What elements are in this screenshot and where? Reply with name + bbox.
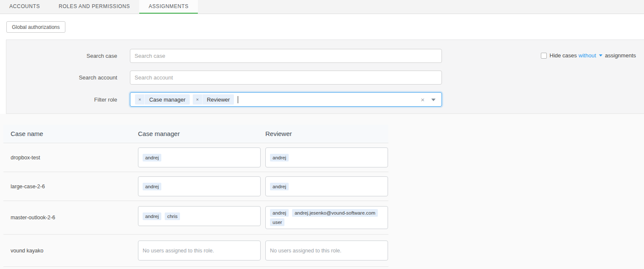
- role-tag-reviewer: × Reviewer: [193, 94, 234, 105]
- filter-role-label: Filter role: [6, 96, 130, 103]
- assignee-tag[interactable]: andrej: [270, 154, 289, 161]
- table-row: large-case-2-6 andrej andrej: [3, 172, 388, 201]
- case-name: large-case-2-6: [3, 184, 138, 190]
- no-users-placeholder: No users assigned to this role.: [270, 248, 341, 254]
- remove-tag-icon[interactable]: ×: [135, 94, 145, 105]
- filter-role-input[interactable]: × Case manager × Reviewer ×: [130, 92, 442, 107]
- text-cursor: [238, 96, 238, 103]
- search-account-row: Search account: [6, 71, 644, 85]
- remove-tag-icon[interactable]: ×: [193, 94, 202, 105]
- hide-cases-control: Hide cases without assignments: [541, 52, 636, 59]
- tab-assignments[interactable]: ASSIGNMENTS: [139, 0, 198, 14]
- global-authorizations-button[interactable]: Global authorizations: [6, 21, 65, 33]
- no-users-placeholder: No users assigned to this role.: [143, 248, 214, 254]
- case-name: vound kayako: [3, 248, 138, 254]
- table-row: dropbox-test andrej andrej: [3, 143, 388, 172]
- case-manager-assignees[interactable]: andrej: [138, 147, 261, 167]
- tab-accounts[interactable]: ACCOUNTS: [0, 0, 49, 14]
- role-tag-label: Case manager: [145, 94, 189, 105]
- assignee-tag[interactable]: user: [270, 218, 284, 226]
- search-case-input[interactable]: [130, 49, 442, 63]
- search-account-label: Search account: [6, 74, 130, 81]
- search-case-label: Search case: [6, 53, 130, 59]
- assignee-tag[interactable]: chris: [165, 212, 180, 220]
- hide-cases-text: Hide cases: [550, 52, 577, 59]
- tab-bar: ACCOUNTS ROLES AND PERMISSIONS ASSIGNMEN…: [0, 0, 644, 14]
- role-tag-label: Reviewer: [202, 94, 234, 105]
- table-row: master-outlook-2-6 andrejchris andrejand…: [3, 201, 388, 235]
- assignee-tag[interactable]: andrej: [270, 209, 289, 217]
- filter-role-row: Filter role × Case manager × Reviewer ×: [6, 92, 644, 107]
- column-header-case-manager: Case manager: [138, 130, 265, 137]
- filter-panel: Search case Search account Filter role ×…: [6, 40, 644, 114]
- toolbar: Global authorizations Search case Search…: [0, 14, 644, 114]
- reviewer-assignees[interactable]: andrej: [265, 176, 388, 196]
- case-manager-assignees[interactable]: andrej: [138, 176, 261, 196]
- case-name: master-outlook-2-6: [3, 215, 138, 221]
- hide-cases-text-suffix: assignments: [605, 52, 636, 59]
- assignments-table: Case name Case manager Reviewer dropbox-…: [3, 125, 388, 267]
- hide-cases-checkbox[interactable]: [541, 53, 547, 59]
- search-account-input[interactable]: [130, 71, 442, 85]
- assignee-tag[interactable]: andrej: [143, 154, 161, 161]
- table-header: Case name Case manager Reviewer: [3, 125, 388, 143]
- role-tag-case-manager: × Case manager: [135, 94, 190, 105]
- chevron-down-icon[interactable]: [599, 54, 602, 57]
- case-manager-assignees[interactable]: andrejchris: [138, 206, 261, 226]
- column-header-reviewer: Reviewer: [265, 130, 388, 137]
- assignee-tag[interactable]: andrej: [270, 183, 289, 190]
- reviewer-assignees[interactable]: No users assigned to this role.: [265, 241, 388, 261]
- reviewer-assignees[interactable]: andrejandrej.jesenko@vound-software.comu…: [265, 206, 388, 229]
- case-name: dropbox-test: [3, 155, 138, 161]
- clear-filter-icon[interactable]: ×: [421, 96, 425, 103]
- tab-roles-and-permissions[interactable]: ROLES AND PERMISSIONS: [49, 0, 139, 14]
- case-manager-assignees[interactable]: No users assigned to this role.: [138, 241, 261, 261]
- assignee-tag[interactable]: andrej: [143, 212, 161, 220]
- table-row: vound kayako No users assigned to this r…: [3, 235, 388, 267]
- assignee-tag[interactable]: andrej.jesenko@vound-software.com: [292, 209, 378, 217]
- assignments-main: Case name Case manager Reviewer dropbox-…: [0, 114, 644, 269]
- hide-cases-mode-dropdown[interactable]: without: [579, 52, 596, 59]
- column-header-case-name: Case name: [3, 130, 138, 137]
- chevron-down-icon[interactable]: [431, 99, 436, 101]
- reviewer-assignees[interactable]: andrej: [265, 147, 388, 167]
- assignee-tag[interactable]: andrej: [143, 183, 161, 190]
